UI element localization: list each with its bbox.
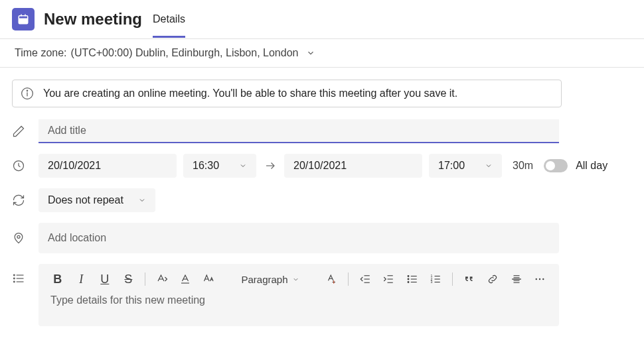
- recurrence-field[interactable]: Does not repeat: [39, 188, 155, 212]
- clear-formatting-button[interactable]: [321, 269, 341, 289]
- recurrence-value: Does not repeat: [48, 194, 123, 206]
- numbered-list-button[interactable]: 123: [426, 269, 445, 289]
- toolbar-separator: [348, 272, 349, 286]
- description-editor: B I U S Paragraph: [39, 264, 559, 326]
- more-options-button[interactable]: [530, 269, 550, 289]
- info-banner: You are creating an online meeting. You'…: [12, 80, 562, 107]
- bold-button[interactable]: B: [48, 269, 68, 289]
- list-icon: [12, 272, 39, 285]
- info-banner-text: You are creating an online meeting. You'…: [43, 88, 457, 99]
- editor-body[interactable]: Type details for this new meeting: [39, 294, 559, 306]
- font-color-button[interactable]: [176, 269, 196, 289]
- end-date-value: 20/10/2021: [293, 160, 347, 172]
- svg-point-15: [14, 278, 15, 279]
- toolbar-separator: [452, 272, 453, 286]
- timezone-value: (UTC+00:00) Dublin, Edinburgh, Lisbon, L…: [71, 47, 299, 59]
- duration-label: 30m: [513, 160, 533, 172]
- svg-point-50: [542, 278, 544, 280]
- header-bar: New meeting Details: [0, 0, 644, 39]
- chevron-down-icon: [138, 196, 146, 204]
- editor-toolbar: B I U S Paragraph: [39, 264, 559, 294]
- svg-text:3: 3: [431, 280, 433, 284]
- timezone-label: Time zone:: [15, 47, 67, 59]
- paragraph-label: Paragraph: [241, 274, 287, 285]
- title-input[interactable]: [39, 119, 559, 143]
- pencil-icon: [12, 125, 39, 138]
- indent-button[interactable]: [378, 269, 398, 289]
- svg-point-16: [14, 281, 15, 282]
- location-placeholder: Add location: [48, 232, 106, 244]
- repeat-icon: [12, 194, 39, 207]
- all-day-toggle[interactable]: [544, 159, 568, 172]
- quote-button[interactable]: [459, 269, 479, 289]
- end-date-field[interactable]: 20/10/2021: [284, 154, 422, 178]
- timezone-bar[interactable]: Time zone: (UTC+00:00) Dublin, Edinburgh…: [0, 39, 644, 68]
- calendar-app-icon: [12, 8, 35, 30]
- paragraph-style-button[interactable]: Paragraph: [237, 274, 303, 285]
- location-icon: [12, 231, 39, 245]
- svg-point-34: [408, 276, 409, 277]
- svg-point-35: [408, 278, 409, 280]
- hr-button[interactable]: [507, 269, 526, 289]
- editor-placeholder: Type details for this new meeting: [50, 294, 205, 306]
- all-day-label: All day: [576, 160, 607, 172]
- arrow-right-icon: [264, 160, 276, 172]
- svg-point-7: [27, 90, 27, 91]
- clock-icon: [12, 159, 39, 172]
- underline-button[interactable]: U: [95, 269, 115, 289]
- end-time-value: 17:00: [438, 160, 465, 172]
- highlight-button[interactable]: [152, 269, 172, 289]
- tab-details[interactable]: Details: [153, 1, 185, 38]
- chevron-down-icon: [239, 162, 247, 170]
- start-time-field[interactable]: 16:30: [183, 154, 256, 178]
- bullet-list-button[interactable]: [402, 269, 422, 289]
- toolbar-separator: [145, 272, 145, 286]
- font-size-button[interactable]: [199, 269, 219, 289]
- start-date-field[interactable]: 20/10/2021: [39, 154, 177, 178]
- end-time-field[interactable]: 17:00: [429, 154, 502, 178]
- svg-point-36: [408, 282, 409, 283]
- italic-button[interactable]: I: [72, 269, 92, 289]
- start-date-value: 20/10/2021: [48, 160, 101, 172]
- svg-point-10: [17, 235, 20, 238]
- info-icon: [21, 87, 34, 100]
- start-time-value: 16:30: [193, 160, 219, 172]
- svg-point-14: [14, 274, 15, 276]
- strikethrough-button[interactable]: S: [119, 269, 139, 289]
- outdent-button[interactable]: [355, 269, 375, 289]
- chevron-down-icon: [306, 48, 315, 58]
- svg-point-48: [536, 278, 537, 280]
- link-button[interactable]: [483, 269, 503, 289]
- toggle-knob: [546, 161, 555, 170]
- location-input[interactable]: Add location: [39, 223, 559, 253]
- svg-point-49: [539, 278, 540, 280]
- page-title: New meeting: [44, 10, 142, 29]
- chevron-down-icon: [485, 162, 493, 170]
